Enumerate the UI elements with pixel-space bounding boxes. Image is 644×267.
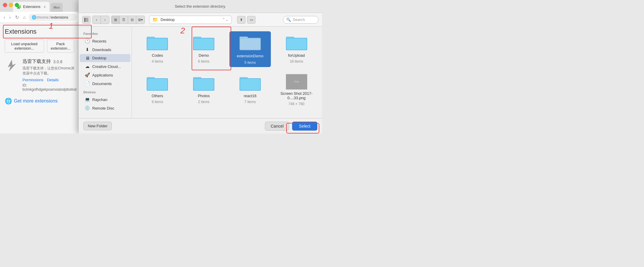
- forupload-folder-name: forUpload: [288, 53, 305, 58]
- permissions-link[interactable]: Permissions: [22, 78, 43, 82]
- react16-folder-count: 7 items: [245, 100, 256, 104]
- view-gallery-button[interactable]: ⊞▾: [136, 16, 145, 24]
- sidebar-item-downloads[interactable]: ⬇ Downloads: [80, 45, 130, 54]
- file-item-others[interactable]: Others 9 items: [137, 72, 178, 108]
- tab-inactive[interactable]: Moo: [51, 3, 63, 12]
- screenshot-thumbnail: PNG: [286, 74, 307, 89]
- svg-rect-30: [240, 79, 260, 90]
- photos-folder-name: Photos: [198, 94, 210, 98]
- forupload-folder-count: 18 items: [290, 59, 303, 64]
- minimize-button[interactable]: [9, 3, 13, 7]
- demo-folder-count: 6 items: [198, 59, 210, 64]
- nav-button-group: ‹ ›: [92, 16, 109, 24]
- pack-extension-button[interactable]: Pack extension...: [47, 40, 75, 53]
- sidebar-item-creative-cloud[interactable]: ☁ Creative Cloud...: [80, 62, 130, 71]
- applications-icon: 🚀: [85, 72, 90, 78]
- back-button[interactable]: ‹: [2, 14, 6, 21]
- file-dialog: Select the extension directory. ‹ › ⊞ ☰ …: [78, 0, 322, 134]
- home-button[interactable]: ⌂: [22, 14, 27, 21]
- file-item-codes[interactable]: Codes 4 items: [137, 31, 178, 67]
- sidebar-item-downloads-label: Downloads: [92, 48, 111, 52]
- svg-text:PNG: PNG: [294, 80, 299, 83]
- extension-links: Permissions Details: [22, 78, 77, 82]
- sidebar-item-applications[interactable]: 🚀 Applications: [80, 71, 130, 79]
- address-field[interactable]: 🌐 chrome://extensions: [29, 14, 77, 21]
- creative-cloud-icon: ☁: [85, 64, 90, 69]
- extension-name: 迅雷下载支持 3.0.8: [22, 58, 77, 65]
- search-placeholder: Search: [293, 17, 305, 22]
- cancel-button[interactable]: Cancel: [265, 122, 289, 131]
- sidebar-item-recents[interactable]: 🕐 Recents: [80, 37, 130, 45]
- remote-disc-icon: 💿: [85, 105, 90, 111]
- demo-folder-name: Demo: [199, 53, 209, 58]
- action-button[interactable]: ▭: [247, 16, 255, 24]
- sidebar-item-documents[interactable]: 📄 Documents: [80, 79, 130, 88]
- forward-button[interactable]: ›: [8, 14, 12, 21]
- close-button[interactable]: [3, 3, 7, 7]
- chrome-logo: 🌐: [5, 97, 12, 105]
- codes-folder-count: 4 items: [152, 59, 163, 64]
- file-item-forupload[interactable]: forUpload 18 items: [276, 31, 317, 67]
- recents-icon: 🕐: [85, 38, 90, 44]
- extension-id: ID: bclmkgofhdgekpoamoialodjdloiilod: [22, 83, 77, 92]
- location-folder-icon: 📁: [152, 17, 158, 22]
- nav-back-button[interactable]: ‹: [93, 16, 101, 24]
- view-mode-group: ⊞ ☰ ⊟ ⊞▾: [111, 16, 145, 24]
- traffic-lights: [3, 3, 19, 7]
- file-item-react16[interactable]: react16 7 items: [229, 72, 271, 108]
- raychan-icon: 💻: [85, 97, 90, 102]
- location-dropdown[interactable]: 📁 Desktop ⌃⌄: [149, 16, 232, 24]
- favorites-section-label: Favorites: [79, 30, 132, 37]
- view-column-button[interactable]: ⊟: [128, 16, 136, 24]
- photos-folder-count: 2 items: [198, 100, 210, 104]
- action-buttons: Load unpacked extension... Pack extensio…: [5, 40, 74, 53]
- view-icon-button[interactable]: ⊞: [111, 16, 120, 24]
- security-icon: 🌐: [32, 15, 36, 19]
- page-title: Extensions: [5, 28, 74, 35]
- nav-forward-button[interactable]: ›: [101, 16, 109, 24]
- others-folder-count: 9 items: [152, 100, 163, 104]
- sidebar-toggle-button[interactable]: [82, 16, 90, 24]
- sidebar-item-desktop[interactable]: 🖥 Desktop: [80, 54, 130, 62]
- get-more-link[interactable]: 🌐 Get more extensions: [5, 97, 74, 105]
- file-item-photos[interactable]: Photos 2 items: [183, 72, 225, 108]
- sidebar: Favorites 🕐 Recents ⬇ Downloads 🖥 Deskto…: [79, 27, 132, 118]
- screenshot-name: Screen Shot 2017-0....33.png: [278, 91, 315, 100]
- get-more-section: 🌐 Get more extensions: [5, 97, 74, 105]
- file-item-screenshot[interactable]: PNG Screen Shot 2017-0....33.png 746 × 7…: [276, 72, 317, 108]
- sidebar-item-raychan[interactable]: 💻 Raychan: [80, 95, 130, 104]
- dialog-title-bar: Select the extension directory.: [79, 0, 322, 13]
- select-button[interactable]: Select: [292, 122, 317, 131]
- refresh-button[interactable]: ↻: [14, 14, 20, 21]
- file-item-demo[interactable]: Demo 6 items: [183, 31, 225, 67]
- search-field[interactable]: 🔍 Search: [283, 16, 318, 24]
- extensions-content: Extensions Load unpacked extension... Pa…: [0, 23, 79, 109]
- downloads-icon: ⬇: [85, 47, 90, 52]
- svg-rect-6: [147, 38, 167, 50]
- address-bar: ‹ › ↻ ⌂ 🌐 chrome://extensions: [0, 12, 79, 23]
- maximize-button[interactable]: [15, 3, 19, 7]
- load-unpacked-button[interactable]: Load unpacked extension...: [5, 40, 44, 53]
- sidebar-item-raychan-label: Raychan: [92, 97, 107, 102]
- codes-folder-name: Codes: [152, 53, 163, 58]
- share-button[interactable]: ⬆: [237, 16, 245, 24]
- sidebar-item-remote-disc[interactable]: 💿 Remote Disc: [80, 104, 130, 112]
- file-item-extensiondemo[interactable]: extensionDemo 5 items: [229, 31, 271, 67]
- sidebar-item-desktop-label: Desktop: [92, 56, 106, 60]
- sidebar-item-creative-cloud-label: Creative Cloud...: [92, 64, 121, 69]
- dialog-body: Favorites 🕐 Recents ⬇ Downloads 🖥 Deskto…: [79, 27, 322, 118]
- address-protocol: chrome://: [36, 15, 51, 19]
- new-folder-button[interactable]: New Folder: [83, 122, 112, 130]
- sidebar-item-applications-label: Applications: [92, 73, 113, 77]
- tab-close-button[interactable]: ✕: [43, 5, 46, 9]
- svg-rect-1: [84, 18, 85, 22]
- extensiondemo-folder-name: extensionDemo: [236, 53, 265, 59]
- annotation-number-1: 1: [49, 21, 54, 31]
- devices-section-label: Devices: [79, 88, 132, 95]
- svg-rect-10: [194, 38, 214, 50]
- details-link[interactable]: Details: [47, 78, 59, 82]
- file-area: Codes 4 items Demo 6 items: [132, 27, 322, 118]
- dialog-title: Select the extension directory.: [175, 4, 226, 9]
- view-list-button[interactable]: ☰: [120, 16, 128, 24]
- search-icon: 🔍: [286, 17, 291, 22]
